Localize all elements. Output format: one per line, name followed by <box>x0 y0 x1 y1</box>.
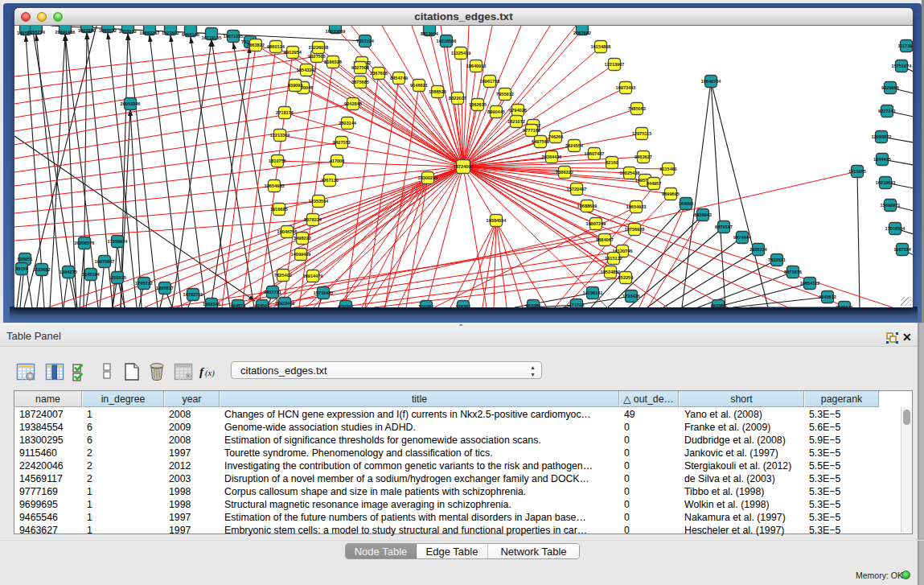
svg-text:8578334: 8578334 <box>304 217 322 222</box>
svg-text:1250515: 1250515 <box>109 275 126 280</box>
svg-text:1795722: 1795722 <box>135 281 153 286</box>
svg-text:9474444: 9474444 <box>733 235 752 240</box>
svg-text:9245612: 9245612 <box>819 295 836 299</box>
svg-text:8454749: 8454749 <box>390 76 408 80</box>
svg-text:18300295: 18300295 <box>418 175 438 180</box>
svg-text:2803144: 2803144 <box>339 121 357 126</box>
svg-text:20364436: 20364436 <box>542 154 562 159</box>
svg-text:3267130: 3267130 <box>321 178 339 183</box>
svg-text:16543342: 16543342 <box>297 68 317 72</box>
svg-text:10654983: 10654983 <box>265 183 285 188</box>
svg-text:8813054: 8813054 <box>421 31 439 36</box>
svg-text:1621072: 1621072 <box>507 119 525 124</box>
svg-text:9327508: 9327508 <box>351 65 369 70</box>
svg-text:1916685: 1916685 <box>270 207 288 212</box>
svg-text:9245611: 9245611 <box>836 305 852 307</box>
svg-text:19654923: 19654923 <box>626 204 647 209</box>
svg-text:16033809: 16033809 <box>326 29 346 34</box>
svg-text:9242848: 9242848 <box>344 101 362 106</box>
svg-text:844957: 844957 <box>647 181 662 186</box>
svg-text:8912954: 8912954 <box>284 50 302 55</box>
svg-text:17359924: 17359924 <box>108 239 129 244</box>
svg-text:9777169: 9777169 <box>523 128 540 133</box>
svg-text:171733: 171733 <box>569 303 585 307</box>
svg-text:9684067: 9684067 <box>596 237 614 242</box>
svg-text:7632621: 7632621 <box>768 257 786 262</box>
svg-text:10975887: 10975887 <box>95 259 115 264</box>
svg-text:7386322: 7386322 <box>556 170 573 175</box>
svg-text:924501: 924501 <box>255 303 270 307</box>
svg-text:12353594: 12353594 <box>309 199 330 204</box>
svg-text:1167534: 1167534 <box>893 247 911 252</box>
svg-text:994574: 994574 <box>231 303 247 307</box>
svg-text:10756928: 10756928 <box>625 227 645 232</box>
svg-text:164095: 164095 <box>679 201 694 206</box>
svg-text:11325419: 11325419 <box>451 51 471 56</box>
svg-text:6794028: 6794028 <box>509 108 527 113</box>
svg-text:10688609: 10688609 <box>577 204 598 208</box>
svg-text:8938943: 8938943 <box>694 212 712 217</box>
svg-text:3675685: 3675685 <box>351 80 369 84</box>
svg-text:9329966: 9329966 <box>881 85 899 90</box>
svg-text:20053346: 20053346 <box>121 101 141 106</box>
svg-text:15751074: 15751074 <box>892 64 913 68</box>
svg-text:1562615: 1562615 <box>469 102 487 107</box>
svg-text:3624554: 3624554 <box>565 143 584 148</box>
svg-text:7625402: 7625402 <box>274 273 292 278</box>
svg-text:12213967: 12213967 <box>605 62 625 67</box>
svg-text:10046766: 10046766 <box>277 229 298 234</box>
svg-text:9660124: 9660124 <box>267 44 285 49</box>
svg-text:2087682: 2087682 <box>573 31 591 35</box>
svg-text:2718176: 2718176 <box>276 110 294 115</box>
svg-text:2055312: 2055312 <box>119 29 137 34</box>
svg-text:10719155: 10719155 <box>202 35 222 40</box>
svg-text:1733426: 1733426 <box>622 294 640 299</box>
svg-text:893380: 893380 <box>711 303 726 307</box>
svg-text:20206576: 20206576 <box>75 241 95 245</box>
svg-text:9327505: 9327505 <box>308 54 326 59</box>
svg-text:1615132: 1615132 <box>605 256 622 261</box>
svg-text:12213369: 12213369 <box>270 133 290 138</box>
svg-text:16914479: 16914479 <box>303 274 323 278</box>
svg-text:6497568: 6497568 <box>532 139 549 144</box>
svg-text:2935114: 2935114 <box>749 247 767 252</box>
svg-text:9227341: 9227341 <box>878 109 896 113</box>
svg-text:9457791: 9457791 <box>264 290 281 295</box>
svg-text:1603380: 1603380 <box>78 28 96 33</box>
svg-text:1294275: 1294275 <box>60 270 77 274</box>
svg-text:3498222: 3498222 <box>294 236 311 241</box>
svg-text:10973493: 10973493 <box>616 85 636 90</box>
svg-text:16782759: 16782759 <box>183 292 203 297</box>
svg-text:19384554: 19384554 <box>487 218 507 223</box>
svg-text:7663822: 7663822 <box>247 43 265 47</box>
svg-text:1292346: 1292346 <box>203 302 220 307</box>
svg-text:8471676: 8471676 <box>784 270 802 274</box>
svg-text:10654112: 10654112 <box>800 281 820 286</box>
svg-text:9115460: 9115460 <box>659 167 676 171</box>
svg-text:1215955: 1215955 <box>848 169 866 174</box>
svg-text:1065532: 1065532 <box>99 28 117 33</box>
svg-text:12093872: 12093872 <box>872 134 892 139</box>
svg-text:1095817: 1095817 <box>156 286 174 290</box>
svg-text:12975115: 12975115 <box>632 131 652 136</box>
svg-text:8186328: 8186328 <box>324 60 342 64</box>
svg-text:8990445: 8990445 <box>487 109 505 114</box>
svg-text:576381: 576381 <box>456 304 471 307</box>
svg-text:8427552: 8427552 <box>333 140 351 145</box>
svg-text:746266: 746266 <box>548 134 564 139</box>
svg-text:12923446: 12923446 <box>275 301 295 306</box>
svg-text:6479197: 6479197 <box>715 225 733 229</box>
svg-text:7357224: 7357224 <box>356 39 375 43</box>
svg-text:10653267: 10653267 <box>140 31 160 35</box>
svg-text:663380: 663380 <box>526 303 541 307</box>
svg-text:1145194: 1145194 <box>82 272 100 277</box>
svg-text:39159: 39159 <box>15 266 28 271</box>
svg-text:15720407: 15720407 <box>567 187 587 192</box>
svg-text:9463627: 9463627 <box>634 154 652 159</box>
svg-text:1117394: 1117394 <box>897 43 913 48</box>
svg-text:10648784: 10648784 <box>701 79 722 84</box>
svg-text:14136141: 14136141 <box>583 290 603 295</box>
svg-text:939093: 939093 <box>288 83 303 88</box>
svg-text:6466160: 6466160 <box>182 32 199 37</box>
svg-text:16210643: 16210643 <box>876 180 896 185</box>
